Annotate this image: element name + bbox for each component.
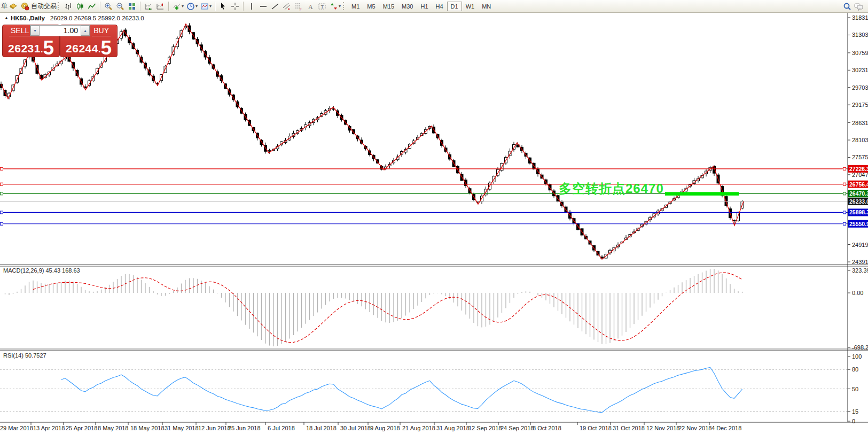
autotrading-button[interactable]: 自动交易 xyxy=(31,2,57,11)
svg-text:26233.0: 26233.0 xyxy=(849,198,868,205)
fibonacci-tool-icon[interactable]: F xyxy=(293,1,304,11)
timeframe-mn[interactable]: MN xyxy=(478,2,495,11)
template-icon[interactable] xyxy=(199,1,210,11)
volume-value[interactable]: 1.00 xyxy=(40,26,81,36)
svg-text:4 Dec 2018: 4 Dec 2018 xyxy=(711,425,741,431)
svg-text:9 Aug 2018: 9 Aug 2018 xyxy=(370,425,400,431)
arrows-dropdown-caret[interactable]: ▾ xyxy=(339,4,341,9)
macd-indicator-label: MACD(12,26,9) 45.43 168.63 xyxy=(3,267,80,274)
timeframe-m30[interactable]: M30 xyxy=(398,2,417,11)
timeframe-m1[interactable]: M1 xyxy=(348,2,363,11)
new-order-button[interactable]: 单 xyxy=(1,2,7,11)
svg-text:T: T xyxy=(321,4,324,9)
svg-text:28631.0: 28631.0 xyxy=(852,120,868,126)
svg-text:29 Mar 2018: 29 Mar 2018 xyxy=(0,425,33,431)
ohlc-values: 26029.0 26269.5 25992.0 26233.0 xyxy=(50,15,144,21)
zoom-out-icon[interactable] xyxy=(114,1,126,11)
svg-text:21 Aug 2018: 21 Aug 2018 xyxy=(402,425,435,431)
svg-text:8 May 2018: 8 May 2018 xyxy=(98,425,128,431)
svg-text:25898.3: 25898.3 xyxy=(849,209,868,215)
toolbar-separator xyxy=(100,2,100,11)
svg-text:31 Oct 2018: 31 Oct 2018 xyxy=(613,425,645,431)
buy-price: 26244.5 xyxy=(60,41,117,56)
periods-dropdown-caret[interactable]: ▾ xyxy=(196,4,198,9)
timeframe-h4[interactable]: H4 xyxy=(432,2,447,11)
indicators-dropdown-caret[interactable]: ▾ xyxy=(182,4,184,9)
sell-label: SELL xyxy=(9,26,30,36)
timeframe-h1[interactable]: H1 xyxy=(417,2,432,11)
svg-text:30231.0: 30231.0 xyxy=(852,67,868,73)
svg-text:25550.9: 25550.9 xyxy=(849,221,868,227)
svg-text:18 May 2018: 18 May 2018 xyxy=(130,425,165,431)
toolbar-grip[interactable] xyxy=(58,2,60,10)
toolbar-separator xyxy=(140,2,140,11)
symbol-period-label: HK50-,Daily xyxy=(11,15,45,21)
auto-scroll-icon[interactable] xyxy=(143,1,154,11)
svg-text:30 Jul 2018: 30 Jul 2018 xyxy=(340,425,371,431)
svg-text:F: F xyxy=(300,7,302,11)
vertical-line-tool-icon[interactable] xyxy=(246,1,257,11)
horizontal-line-tool-icon[interactable] xyxy=(257,1,269,11)
toolbar-grip[interactable] xyxy=(343,2,346,10)
candlestick-chart-icon[interactable] xyxy=(74,1,86,11)
toolbar-separator xyxy=(215,2,215,11)
chart-title: ▲HK50-,Daily26029.0 26269.5 25992.0 2623… xyxy=(4,15,144,21)
collapse-triangle-icon[interactable]: ▲ xyxy=(4,15,9,20)
svg-text:6 Jul 2018: 6 Jul 2018 xyxy=(268,425,295,431)
svg-text:12 Jun 2018: 12 Jun 2018 xyxy=(198,425,231,431)
line-chart-icon[interactable] xyxy=(86,1,98,11)
one-click-trading-panel: SELL 26231.5 BUY 26244.5 ▾ 1.00 ▴ xyxy=(2,25,118,57)
svg-text:29175.0: 29175.0 xyxy=(852,102,868,108)
arrows-shapes-icon[interactable] xyxy=(328,1,340,11)
svg-text:27047.0: 27047.0 xyxy=(852,172,868,178)
svg-text:24391.0: 24391.0 xyxy=(852,259,868,265)
timeframe-d1[interactable]: D1 xyxy=(447,2,462,11)
volume-increase-button[interactable]: ▴ xyxy=(81,26,90,36)
trendline-tool-icon[interactable] xyxy=(269,1,281,11)
toolbar-separator xyxy=(243,2,244,11)
rsi-indicator-label: RSI(14) 50.7527 xyxy=(3,352,46,359)
main-toolbar: 单 自动交易 ▾ ▾ ▾ E F A T ▾ M1M5M15M30H1H4D1W… xyxy=(0,0,868,13)
svg-text:26470.3: 26470.3 xyxy=(849,190,868,197)
svg-text:26756.4: 26756.4 xyxy=(849,181,868,188)
gold-badge-icon[interactable] xyxy=(7,1,19,11)
svg-text:31303.0: 31303.0 xyxy=(852,32,868,38)
svg-text:27575.0: 27575.0 xyxy=(852,154,868,160)
periods-clock-icon[interactable] xyxy=(185,1,197,11)
svg-text:13 Apr 2018: 13 Apr 2018 xyxy=(33,425,65,431)
svg-text:0.00: 0.00 xyxy=(852,290,863,296)
text-label-tool-icon[interactable]: T xyxy=(316,1,328,11)
chart-canvas[interactable]: 27226.326756.426470.326233.025898.325550… xyxy=(0,0,868,434)
zoom-in-icon[interactable] xyxy=(103,1,114,11)
equidistant-channel-icon[interactable]: E xyxy=(281,1,293,11)
volume-decrease-button[interactable]: ▾ xyxy=(30,26,40,36)
indicators-icon[interactable] xyxy=(171,1,183,11)
svg-text:19 Oct 2018: 19 Oct 2018 xyxy=(580,425,612,431)
svg-text:30759.0: 30759.0 xyxy=(852,50,868,56)
timeframe-m5[interactable]: M5 xyxy=(363,2,379,11)
svg-text:E: E xyxy=(288,7,290,11)
svg-text:80: 80 xyxy=(852,366,858,373)
chart-shift-icon[interactable] xyxy=(154,1,166,11)
template-dropdown-caret[interactable]: ▾ xyxy=(209,4,212,9)
autotrading-icon[interactable] xyxy=(19,1,31,11)
timeframe-m15[interactable]: M15 xyxy=(379,2,398,11)
turning-point-annotation[interactable]: 多空转折点26470 xyxy=(559,180,664,197)
svg-text:24 Sep 2018: 24 Sep 2018 xyxy=(501,425,534,431)
turning-point-highlight-bar[interactable] xyxy=(665,192,739,196)
svg-text:100: 100 xyxy=(852,353,862,360)
chat-icon[interactable] xyxy=(853,1,865,11)
bar-chart-icon[interactable] xyxy=(62,1,74,11)
crosshair-icon[interactable] xyxy=(229,1,241,11)
search-icon[interactable] xyxy=(841,1,853,11)
tile-windows-icon[interactable] xyxy=(126,1,138,11)
timeframe-w1[interactable]: W1 xyxy=(462,2,479,11)
svg-text:0: 0 xyxy=(852,418,855,424)
text-tool-icon[interactable]: A xyxy=(304,1,316,11)
svg-text:31 May 2018: 31 May 2018 xyxy=(165,425,199,431)
svg-text:25 Jun 2018: 25 Jun 2018 xyxy=(228,425,261,431)
svg-text:A: A xyxy=(308,3,313,10)
svg-text:31 Aug 2018: 31 Aug 2018 xyxy=(436,425,470,431)
svg-text:25 Apr 2018: 25 Apr 2018 xyxy=(66,425,97,431)
cursor-icon[interactable] xyxy=(217,1,229,11)
